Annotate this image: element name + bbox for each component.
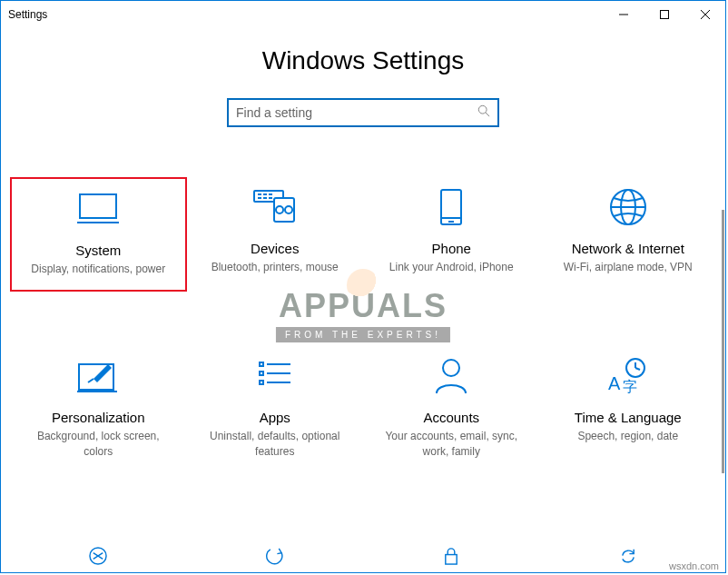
settings-grid: System Display, notifications, power Dev… <box>1 177 725 572</box>
time-language-icon: A 字 <box>606 353 650 399</box>
tile-system[interactable]: System Display, notifications, power <box>10 177 187 292</box>
tile-phone[interactable]: Phone Link your Android, iPhone <box>363 177 540 292</box>
tile-gaming[interactable] <box>10 526 187 572</box>
svg-rect-31 <box>260 381 263 384</box>
source-url: wsxdn.com <box>669 560 719 571</box>
svg-line-5 <box>486 113 489 116</box>
tile-ease-of-access[interactable] <box>187 526 364 572</box>
globe-icon <box>609 184 647 230</box>
tile-desc: Speech, region, date <box>577 429 678 444</box>
tile-title: Devices <box>251 241 299 256</box>
tile-desc: Your accounts, email, sync, work, family <box>374 429 528 460</box>
tile-devices[interactable]: Devices Bluetooth, printers, mouse <box>187 177 364 292</box>
window-title: Settings <box>8 8 47 21</box>
tile-title: Time & Language <box>575 410 682 425</box>
maximize-icon <box>660 10 669 19</box>
svg-point-33 <box>443 360 459 376</box>
minimize-button[interactable] <box>603 1 644 28</box>
close-icon <box>701 10 710 19</box>
tile-time-language[interactable]: A 字 Time & Language Speech, region, date <box>540 346 717 472</box>
tile-desc: Wi-Fi, airplane mode, VPN <box>564 260 693 275</box>
svg-line-26 <box>88 379 93 382</box>
tile-title: System <box>75 243 121 258</box>
tile-desc: Display, notifications, power <box>31 262 165 277</box>
tile-desc: Bluetooth, printers, mouse <box>212 260 339 275</box>
svg-rect-1 <box>660 11 668 19</box>
svg-rect-6 <box>80 194 116 218</box>
update-icon <box>609 533 647 572</box>
close-button[interactable] <box>684 1 725 28</box>
search-input[interactable] <box>236 105 477 120</box>
tile-privacy[interactable] <box>363 526 540 572</box>
svg-rect-40 <box>446 555 457 564</box>
devices-icon <box>252 184 298 230</box>
tile-title: Apps <box>260 410 290 425</box>
phone-icon <box>439 184 463 230</box>
lock-icon <box>436 533 467 572</box>
tile-network[interactable]: Network & Internet Wi-Fi, airplane mode,… <box>540 177 717 292</box>
minimize-icon <box>619 10 628 19</box>
search-icon <box>477 104 490 121</box>
window-controls <box>603 1 725 28</box>
gaming-icon <box>79 533 117 572</box>
tile-title: Personalization <box>52 410 145 425</box>
tile-accounts[interactable]: Accounts Your accounts, email, sync, wor… <box>363 346 540 472</box>
content-area: Windows Settings APPUALS FROM THE EXPERT… <box>1 28 725 572</box>
page-title: Windows Settings <box>1 46 725 75</box>
tile-desc: Uninstall, defaults, optional features <box>198 429 352 460</box>
ease-of-access-icon <box>256 533 294 572</box>
search-box[interactable] <box>227 98 499 127</box>
svg-rect-18 <box>441 190 461 224</box>
svg-rect-27 <box>260 362 263 366</box>
accounts-icon <box>434 353 468 399</box>
apps-icon <box>258 353 292 399</box>
tile-desc: Link your Android, iPhone <box>389 260 514 275</box>
personalization-icon <box>77 353 119 399</box>
svg-text:字: 字 <box>623 379 637 394</box>
svg-rect-29 <box>260 372 263 375</box>
tile-title: Accounts <box>423 410 479 425</box>
tile-desc: Background, lock screen, colors <box>21 429 175 460</box>
tile-personalization[interactable]: Personalization Background, lock screen,… <box>10 346 187 472</box>
maximize-button[interactable] <box>644 1 684 28</box>
titlebar: Settings <box>1 1 725 28</box>
scrollbar[interactable] <box>722 210 724 473</box>
settings-window: Settings Windows Settings A <box>0 0 726 573</box>
search-container <box>1 98 725 127</box>
tile-title: Network & Internet <box>572 241 684 256</box>
svg-line-36 <box>635 368 640 370</box>
tile-title: Phone <box>432 241 471 256</box>
tile-apps[interactable]: Apps Uninstall, defaults, optional featu… <box>187 346 364 472</box>
svg-text:A: A <box>608 373 621 393</box>
system-icon <box>77 186 119 232</box>
